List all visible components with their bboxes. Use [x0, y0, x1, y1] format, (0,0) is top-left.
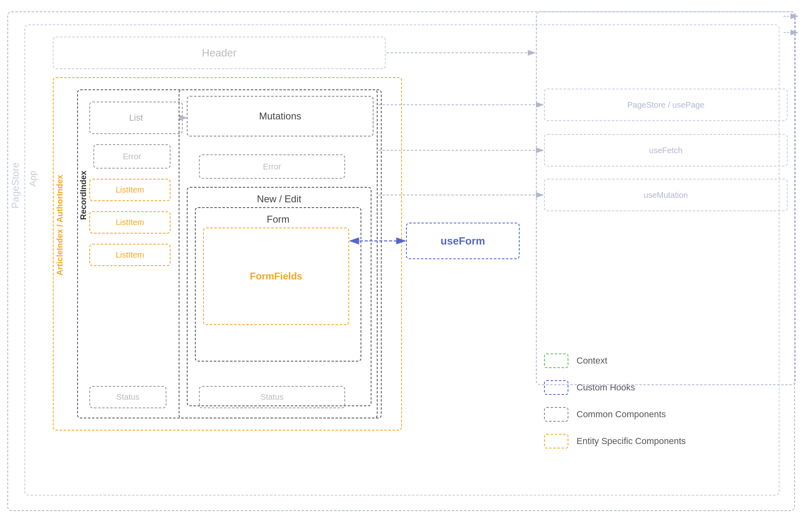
pagestore-usepage-box: PageStore / usePage	[544, 89, 788, 121]
legend-custom-hooks: Custom Hooks	[544, 380, 686, 395]
listitem-3-box: ListItem	[89, 244, 171, 266]
legend-common-components-label: Common Components	[577, 409, 666, 420]
listitem-3-label: ListItem	[116, 250, 144, 260]
legend: Context Custom Hooks Common Components E…	[544, 353, 686, 448]
header-box: Header	[53, 37, 386, 69]
status-left-box: Status	[89, 386, 166, 408]
error-right-label: Error	[263, 162, 281, 171]
list-box: List	[89, 102, 183, 134]
useform-box: useForm	[406, 223, 520, 259]
formfields-label: FormFields	[250, 271, 302, 282]
error-left-box: Error	[93, 144, 171, 169]
legend-context: Context	[544, 353, 686, 368]
legend-entity-specific-icon	[544, 434, 568, 448]
legend-context-label: Context	[577, 355, 607, 366]
listitem-1-box: ListItem	[89, 179, 171, 201]
useform-label: useForm	[441, 235, 485, 247]
legend-entity-specific-label: Entity Specific Components	[577, 436, 686, 446]
listitem-2-label: ListItem	[116, 218, 144, 227]
pagestore-label: PageStore	[10, 162, 21, 208]
legend-entity-specific: Entity Specific Components	[544, 434, 686, 448]
usefetch-box: useFetch	[544, 134, 788, 167]
status-right-box: Status	[199, 386, 345, 408]
status-left-label: Status	[117, 392, 140, 402]
usefetch-label: useFetch	[649, 146, 682, 155]
error-left-label: Error	[123, 152, 141, 161]
new-edit-label: New / Edit	[188, 193, 371, 205]
mutations-label: Mutations	[259, 110, 301, 122]
header-label: Header	[202, 47, 236, 59]
error-right-box: Error	[199, 154, 345, 179]
legend-custom-hooks-icon	[544, 380, 568, 395]
formfields-box: FormFields	[203, 228, 349, 325]
legend-common-components: Common Components	[544, 407, 686, 422]
legend-custom-hooks-label: Custom Hooks	[577, 382, 635, 393]
listitem-2-box: ListItem	[89, 211, 171, 234]
status-right-label: Status	[261, 392, 284, 402]
pagestore-usepage-label: PageStore / usePage	[627, 100, 704, 110]
record-index-label: RecordIndex	[79, 171, 88, 220]
usemutation-box: useMutation	[544, 179, 788, 211]
mutations-inner-box: Mutations	[187, 96, 374, 136]
article-index-label: ArticleIndex / AuthorIndex	[55, 175, 65, 275]
legend-common-components-icon	[544, 407, 568, 422]
legend-context-icon	[544, 353, 568, 368]
form-label: Form	[196, 214, 361, 225]
app-label: App	[28, 171, 38, 186]
diagram-container: PageStore App Header ArticleIndex / Auth…	[0, 0, 812, 520]
usemutation-label: useMutation	[644, 191, 688, 200]
list-label: List	[129, 113, 143, 123]
listitem-1-label: ListItem	[116, 185, 144, 195]
